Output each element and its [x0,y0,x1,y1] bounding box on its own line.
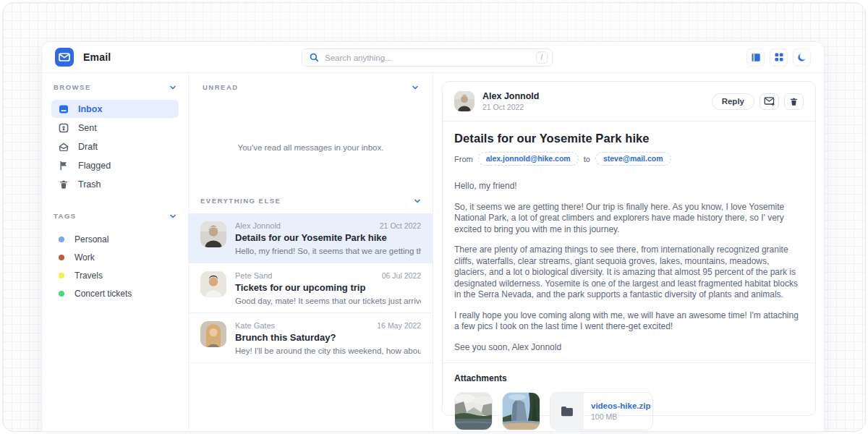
email-subject: Details for our Yosemite Park hike [235,232,421,243]
from-email-chip[interactable]: alex.jonnold@hike.com [478,152,579,166]
divider [443,121,815,122]
email-list-item[interactable]: Pete Sand 06 Jul 2022 Tickets for our up… [189,263,433,313]
book-button[interactable] [746,48,765,67]
chevron-down-icon[interactable] [412,84,419,91]
detail-header: Alex Jonnold 21 Oct 2022 Reply [454,91,804,111]
email-sender: Alex Jonnold [235,221,281,230]
email-subject: Brunch this Saturday? [235,332,421,343]
email-date: 06 Jul 2022 [382,271,421,280]
chevron-down-icon[interactable] [169,213,176,220]
yosemite-photo-1[interactable] [454,392,493,430]
zip-icon-area [550,393,584,430]
sidebar-item-trash[interactable]: Trash [51,175,179,193]
sidebar-item-label: Sent [78,123,97,133]
tag-color-dot [59,273,64,278]
forward-mail-button[interactable] [760,93,779,110]
search-box[interactable]: / [302,48,553,67]
tag-item-personal[interactable]: Personal [51,230,179,248]
tag-label: Travels [75,271,103,281]
body-paragraph: I really hope you love coming along with… [454,310,804,333]
header-actions [746,48,811,67]
envelope-plus-icon [764,96,775,106]
detail-actions: Reply [712,93,804,110]
tag-color-dot [59,255,64,260]
dark-mode-button[interactable] [793,48,811,67]
detail-date: 21 Oct 2022 [482,103,539,111]
email-list-item[interactable]: Kate Gates 16 May 2022 Brunch this Satur… [189,313,433,363]
book-icon [751,53,760,62]
tag-label: Personal [75,234,109,244]
trash-icon [789,97,799,106]
search-input[interactable] [325,54,530,62]
sidebar: BROWSE Inbox Sent [42,73,188,431]
app-body: BROWSE Inbox Sent [42,73,824,431]
zip-file-size: 100 MB [591,412,652,421]
search-icon [310,53,319,62]
tag-item-travels[interactable]: Travels [51,266,179,284]
email-date: 16 May 2022 [377,321,421,330]
body-paragraph: See you soon, Alex Jonnold [454,342,804,354]
sidebar-item-sent[interactable]: Sent [51,119,179,137]
tag-item-concert-tickets[interactable]: Concert tickets [51,284,179,302]
draft-icon [59,142,69,152]
to-email-chip[interactable]: steve@mail.com [595,152,671,166]
email-snippet: Hello, my friend! So, it seems that we a… [235,247,421,255]
chevron-down-icon[interactable] [414,197,421,205]
unread-empty-message: You've read all messages in your inbox. [200,143,421,152]
browse-list: Inbox Sent Draft [51,100,179,193]
email-app-window: Email / [41,41,825,432]
browse-label: BROWSE [54,83,91,91]
brand: Email [55,48,111,67]
reply-button[interactable]: Reply [712,93,754,110]
everything-else-label: EVERYTHING ELSE [200,197,281,205]
flag-icon [59,161,69,171]
to-label: to [584,155,590,163]
sidebar-item-label: Trash [78,179,101,190]
tags-section-header: TAGS [51,212,179,220]
unread-section-header: UNREAD [200,83,421,91]
inbox-icon [59,104,69,114]
apps-grid-button[interactable] [770,48,788,67]
trash-icon [59,179,69,190]
unread-label: UNREAD [203,83,239,91]
email-sender: Kate Gates [235,321,275,330]
avatar [454,91,475,111]
tag-label: Work [75,252,95,263]
app-header: Email / [42,42,824,73]
email-snippet: Good day, mate! It seems that our ticket… [235,297,421,305]
sidebar-item-inbox[interactable]: Inbox [51,100,179,118]
tag-color-dot [59,237,64,242]
email-summary: Pete Sand 06 Jul 2022 Tickets for our up… [235,271,421,305]
email-detail-card: Alex Jonnold 21 Oct 2022 Reply [442,81,816,416]
grid-icon [775,53,783,61]
body-paragraph: There are plenty of amazing things to se… [454,244,804,301]
moon-icon [797,53,807,62]
email-list-item[interactable]: Alex Jonnold 21 Oct 2022 Details for our… [189,213,433,263]
avatar [200,271,226,297]
chevron-down-icon[interactable] [169,84,176,91]
tag-item-work[interactable]: Work [51,248,179,266]
body-paragraph: Hello, my friend! [454,181,804,192]
search-shortcut-badge: / [536,51,548,64]
app-title: Email [83,51,111,63]
body-paragraph: So, it seems we are getting there! Our t… [454,202,804,236]
avatar [200,321,226,347]
sidebar-item-draft[interactable]: Draft [51,137,179,156]
everything-else-section-header: EVERYTHING ELSE [189,197,433,205]
zip-file-name: videos-hike.zip [591,401,652,410]
sidebar-item-label: Inbox [78,104,102,114]
detail-sender-name: Alex Jonnold [482,91,539,101]
delete-email-button[interactable] [784,93,804,110]
zip-info: videos-hike.zip 100 MB [584,393,652,430]
from-to-row: From alex.jonnold@hike.com to steve@mail… [454,152,804,166]
zip-attachment-card[interactable]: videos-hike.zip 100 MB [550,392,653,430]
attachments-row: videos-hike.zip 100 MB [454,392,804,430]
sidebar-item-label: Flagged [78,161,111,171]
sidebar-item-flagged[interactable]: Flagged [51,156,179,174]
yosemite-photo-2[interactable] [502,392,540,430]
email-app-logo-icon [55,48,74,67]
browse-section-header: BROWSE [51,83,179,91]
email-list-column: UNREAD You've read all messages in your … [188,73,433,431]
avatar [200,221,226,247]
email-subject: Tickets for our upcoming trip [235,282,421,293]
